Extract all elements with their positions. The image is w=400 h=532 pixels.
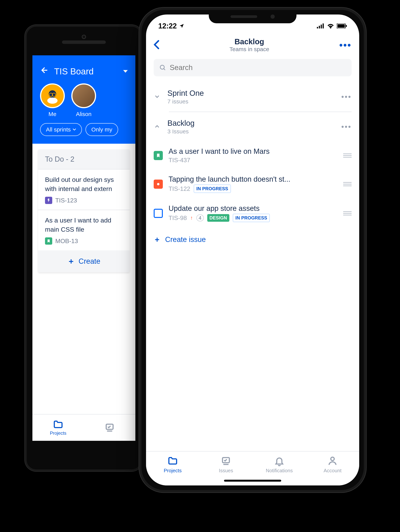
svg-rect-7 [321, 25, 322, 28]
card-title: As a user I want to add main CSS file [45, 216, 123, 234]
svg-rect-11 [346, 25, 347, 27]
drag-handle-icon[interactable] [343, 182, 351, 186]
issues-icon [221, 456, 231, 466]
back-button[interactable] [154, 40, 159, 50]
issue-row[interactable]: As a user I want to live on Mars TIS-437 [146, 142, 359, 170]
task-icon [154, 209, 163, 218]
story-icon [154, 151, 163, 160]
nav-subtitle: Teams in space [159, 46, 339, 52]
nav-bar: Backlog Teams in space ••• [146, 34, 359, 57]
back-icon[interactable] [40, 66, 49, 77]
avatar-image [71, 83, 96, 108]
iphone-notch [209, 10, 296, 23]
iphone-screen: 12:22 Backlog Teams in space ••• [146, 14, 359, 485]
avatar-row: Me Alison [40, 83, 128, 117]
tab-issues[interactable]: Issues [199, 451, 253, 478]
tab-issues[interactable] [84, 414, 135, 441]
android-screen: TIS Board Me Alison All sprints [32, 55, 135, 441]
board-title[interactable]: TIS Board [54, 66, 115, 76]
section-title: Sprint One [167, 89, 341, 97]
issue-key: TIS-437 [169, 157, 190, 164]
section-subtitle: 3 Issues [167, 128, 341, 135]
story-points-badge: 4 [196, 215, 204, 221]
card-title: Build out our design sys with internal a… [45, 175, 123, 193]
android-tabbar: Projects [32, 414, 135, 441]
issue-title: As a user I want to live on Mars [169, 147, 338, 156]
issue-title: Update our app store assets [169, 204, 338, 213]
issue-key: MOB-13 [55, 238, 78, 245]
status-time: 12:22 [158, 22, 177, 30]
priority-high-icon: ↑ [190, 215, 193, 221]
search-input[interactable] [170, 63, 346, 72]
issue-row[interactable]: Tapping the launch button doesn't st... … [146, 170, 359, 199]
avatar-alison[interactable]: Alison [71, 83, 96, 117]
search-icon [159, 64, 166, 71]
svg-rect-10 [338, 24, 345, 28]
board-header: TIS Board Me Alison All sprints [32, 55, 135, 144]
cellular-icon [317, 24, 325, 28]
tab-account[interactable]: Account [306, 451, 359, 478]
nav-title: Backlog [159, 38, 339, 46]
issue-key: TIS-122 [169, 185, 190, 192]
svg-rect-6 [319, 26, 320, 28]
section-more-button[interactable]: ••• [341, 122, 351, 131]
tab-projects[interactable]: Projects [32, 414, 84, 441]
column-header: To Do - 2 [38, 149, 130, 169]
todo-column: To Do - 2 Build out our design sys with … [38, 149, 130, 272]
svg-point-3 [47, 97, 58, 104]
section-sprint-one[interactable]: Sprint One 7 issues ••• [146, 82, 359, 112]
create-issue-button[interactable]: Create issue [146, 228, 359, 251]
svg-rect-8 [323, 24, 324, 28]
drag-handle-icon[interactable] [343, 153, 351, 158]
wifi-icon [327, 24, 334, 28]
svg-point-13 [157, 183, 160, 185]
issue-card[interactable]: Build out our design sys with internal a… [38, 169, 130, 210]
section-more-button[interactable]: ••• [341, 93, 351, 101]
issue-card[interactable]: As a user I want to add main CSS file MO… [38, 210, 130, 250]
create-button[interactable]: Create [38, 250, 130, 272]
issues-icon [105, 423, 115, 433]
status-badge: IN PROGRESS [233, 214, 270, 222]
more-button[interactable]: ••• [339, 39, 351, 51]
bell-icon [274, 456, 284, 466]
svg-point-12 [160, 65, 164, 69]
dropdown-icon[interactable] [123, 70, 128, 73]
chevron-down-icon [154, 93, 160, 101]
battery-icon [337, 24, 347, 28]
avatar-me[interactable]: Me [40, 83, 65, 117]
chip-only-my[interactable]: Only my [86, 123, 118, 136]
issue-title: Tapping the launch button doesn't st... [169, 175, 338, 183]
folder-icon [168, 456, 178, 466]
avatar-image [40, 83, 65, 108]
status-badge: DESIGN [207, 214, 229, 222]
section-backlog[interactable]: Backlog 3 Issues ••• [146, 112, 359, 142]
tab-projects[interactable]: Projects [146, 451, 199, 478]
section-subtitle: 7 issues [167, 98, 341, 105]
person-icon [327, 456, 338, 466]
android-speaker [62, 40, 106, 44]
story-icon [45, 237, 52, 245]
chip-all-sprints[interactable]: All sprints [40, 123, 82, 136]
chevron-up-icon [154, 123, 160, 131]
issue-key: TIS-123 [55, 197, 77, 204]
avatar-label: Alison [76, 111, 92, 117]
epic-icon [45, 197, 52, 204]
location-icon [179, 23, 184, 29]
tab-notifications[interactable]: Notifications [253, 451, 306, 478]
iphone-frame: 12:22 Backlog Teams in space ••• [139, 8, 366, 492]
status-badge: IN PROGRESS [194, 184, 231, 193]
android-front-camera [82, 35, 86, 39]
section-title: Backlog [167, 119, 341, 127]
drag-handle-icon[interactable] [343, 211, 351, 215]
bug-icon [154, 180, 163, 189]
home-indicator[interactable] [224, 480, 281, 482]
svg-point-15 [331, 457, 334, 460]
search-field[interactable] [154, 59, 351, 76]
android-phone-frame: TIS Board Me Alison All sprints [25, 25, 143, 471]
filter-chips: All sprints Only my [40, 123, 128, 136]
svg-rect-5 [317, 27, 318, 28]
folder-icon [53, 419, 63, 430]
issue-row[interactable]: Update our app store assets TIS-98 ↑ 4 D… [146, 199, 359, 228]
plus-icon [154, 236, 160, 243]
issue-key: TIS-98 [169, 215, 187, 222]
